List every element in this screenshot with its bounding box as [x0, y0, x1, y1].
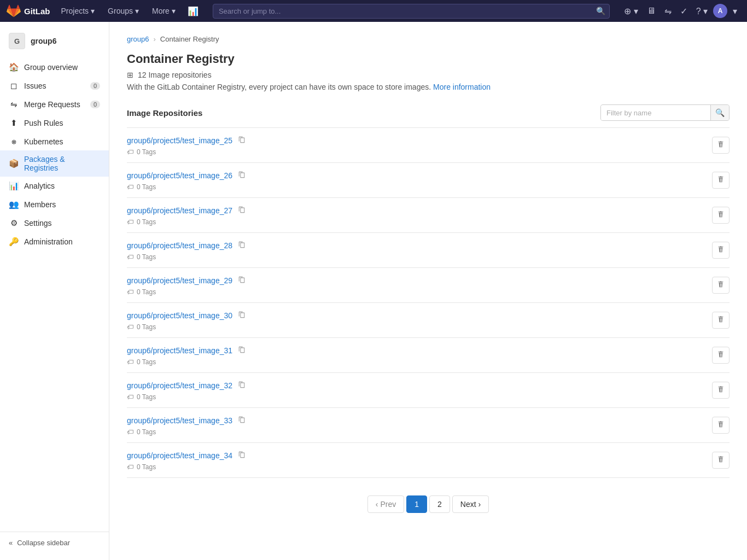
repo-name-link[interactable]: group6/project5/test_image_27 [127, 205, 712, 216]
home-icon: 🏠 [9, 62, 19, 72]
delete-repo-button[interactable] [712, 137, 730, 154]
copy-name-button[interactable] [237, 205, 247, 216]
sidebar-item-packages-registries[interactable]: 📦 Packages & Registries [0, 150, 109, 177]
repo-tags: 🏷 0 Tags [127, 183, 712, 191]
pagination: ‹ Prev 1 2 Next › [127, 495, 730, 513]
activity-chart-icon[interactable]: 📊 [184, 4, 202, 19]
page-1-button[interactable]: 1 [406, 495, 427, 513]
collapse-sidebar-button[interactable]: « Collapse sidebar [9, 539, 70, 547]
copy-name-button[interactable] [237, 170, 247, 181]
subtitle-row: ⊞ 12 Image repositories [127, 71, 730, 79]
settings-icon: ⚙ [9, 218, 19, 228]
repo-name-link[interactable]: group6/project5/test_image_28 [127, 240, 712, 251]
sidebar-label: Settings [24, 219, 100, 228]
sidebar-label: Packages & Registries [24, 155, 100, 172]
repo-name-link[interactable]: group6/project5/test_image_33 [127, 415, 712, 426]
table-row: group6/project5/test_image_25 🏷 0 Tags [127, 128, 730, 163]
sidebar-item-members[interactable]: 👥 Members [0, 195, 109, 214]
groups-menu[interactable]: Groups ▾ [103, 4, 143, 18]
prev-page-button[interactable]: ‹ Prev [367, 495, 404, 513]
delete-repo-button[interactable] [712, 382, 730, 399]
repo-name-link[interactable]: group6/project5/test_image_34 [127, 450, 712, 461]
copy-name-button[interactable] [237, 345, 247, 356]
chevron-down-icon[interactable]: ▾ [730, 4, 740, 19]
copy-name-button[interactable] [237, 450, 247, 461]
copy-name-button[interactable] [237, 275, 247, 286]
sidebar-label: Administration [24, 237, 100, 246]
delete-repo-button[interactable] [712, 417, 730, 434]
repo-name-link[interactable]: group6/project5/test_image_26 [127, 170, 712, 181]
filter-input[interactable] [601, 106, 710, 120]
delete-repo-button[interactable] [712, 452, 730, 469]
more-info-link[interactable]: More information [433, 83, 491, 91]
copy-name-button[interactable] [237, 380, 247, 391]
sidebar: G group6 🏠 Group overview ◻ Issues 0 ⇋ M… [0, 22, 109, 560]
table-row: group6/project5/test_image_30 🏷 0 Tags [127, 303, 730, 338]
table-row: group6/project5/test_image_32 🏷 0 Tags [127, 373, 730, 408]
repo-name-link[interactable]: group6/project5/test_image_31 [127, 345, 712, 356]
delete-repo-button[interactable] [712, 277, 730, 294]
chevron-left-icon: ‹ [376, 500, 378, 509]
user-avatar[interactable]: A [713, 4, 727, 18]
sidebar-item-analytics[interactable]: 📊 Analytics [0, 177, 109, 195]
projects-menu[interactable]: Projects ▾ [57, 4, 100, 18]
copy-name-button[interactable] [237, 135, 247, 146]
repo-tags: 🏷 0 Tags [127, 253, 712, 261]
next-page-button[interactable]: Next › [452, 495, 489, 513]
search-input[interactable] [213, 4, 610, 19]
copy-name-button[interactable] [237, 240, 247, 251]
breadcrumb-parent[interactable]: group6 [127, 35, 149, 43]
issues-icon: ◻ [9, 81, 19, 91]
repo-tags: 🏷 0 Tags [127, 218, 712, 226]
tags-count: 0 Tags [137, 183, 156, 191]
copy-name-button[interactable] [237, 310, 247, 321]
sidebar-item-push-rules[interactable]: ⬆ Push Rules [0, 114, 109, 132]
tag-icon: 🏷 [127, 393, 133, 401]
copy-name-button[interactable] [237, 415, 247, 426]
delete-repo-button[interactable] [712, 172, 730, 189]
delete-repo-button[interactable] [712, 347, 730, 364]
issues-badge: 0 [90, 82, 100, 90]
group-name: group6 [31, 37, 56, 45]
table-row: group6/project5/test_image_31 🏷 0 Tags [127, 338, 730, 373]
page-2-button[interactable]: 2 [429, 495, 450, 513]
create-new-button[interactable]: ⊕ ▾ [621, 4, 641, 19]
repo-name-link[interactable]: group6/project5/test_image_30 [127, 310, 712, 321]
table-row: group6/project5/test_image_29 🏷 0 Tags [127, 268, 730, 303]
tags-count: 0 Tags [137, 218, 156, 226]
repo-info: group6/project5/test_image_30 🏷 0 Tags [127, 310, 712, 331]
todo-icon[interactable]: ✓ [677, 4, 691, 19]
gitlab-brand[interactable]: GitLab [7, 4, 50, 18]
sidebar-item-issues[interactable]: ◻ Issues 0 [0, 77, 109, 95]
table-row: group6/project5/test_image_34 🏷 0 Tags [127, 443, 730, 478]
prev-label: Prev [380, 500, 396, 509]
help-menu[interactable]: ? ▾ [693, 4, 711, 19]
sidebar-item-merge-requests[interactable]: ⇋ Merge Requests 0 [0, 95, 109, 114]
image-count: 12 Image repositories [138, 71, 212, 79]
repo-tags: 🏷 0 Tags [127, 148, 712, 156]
tags-count: 0 Tags [137, 393, 156, 401]
delete-repo-button[interactable] [712, 242, 730, 259]
sidebar-item-settings[interactable]: ⚙ Settings [0, 214, 109, 232]
members-icon: 👥 [9, 200, 19, 209]
filter-search-button[interactable]: 🔍 [710, 105, 729, 120]
push-icon: ⬆ [9, 118, 19, 128]
merge-request-icon[interactable]: ⇋ [661, 4, 675, 19]
more-menu[interactable]: More ▾ [148, 4, 180, 18]
repo-name-link[interactable]: group6/project5/test_image_29 [127, 275, 712, 286]
layout: G group6 🏠 Group overview ◻ Issues 0 ⇋ M… [0, 22, 747, 560]
packages-icon: 📦 [9, 159, 19, 168]
tags-count: 0 Tags [137, 358, 156, 366]
snippet-icon[interactable]: 🖥 [644, 4, 659, 18]
tag-icon: 🏷 [127, 358, 133, 366]
admin-icon: 🔑 [9, 237, 19, 247]
tag-icon: 🏷 [127, 218, 133, 226]
repo-name-link[interactable]: group6/project5/test_image_32 [127, 380, 712, 391]
sidebar-item-kubernetes[interactable]: ⎈ Kubernetes [0, 132, 109, 150]
delete-repo-button[interactable] [712, 312, 730, 329]
sidebar-item-administration[interactable]: 🔑 Administration [0, 232, 109, 251]
repo-info: group6/project5/test_image_26 🏷 0 Tags [127, 170, 712, 191]
repo-name-link[interactable]: group6/project5/test_image_25 [127, 135, 712, 146]
sidebar-item-group-overview[interactable]: 🏠 Group overview [0, 58, 109, 77]
delete-repo-button[interactable] [712, 207, 730, 224]
